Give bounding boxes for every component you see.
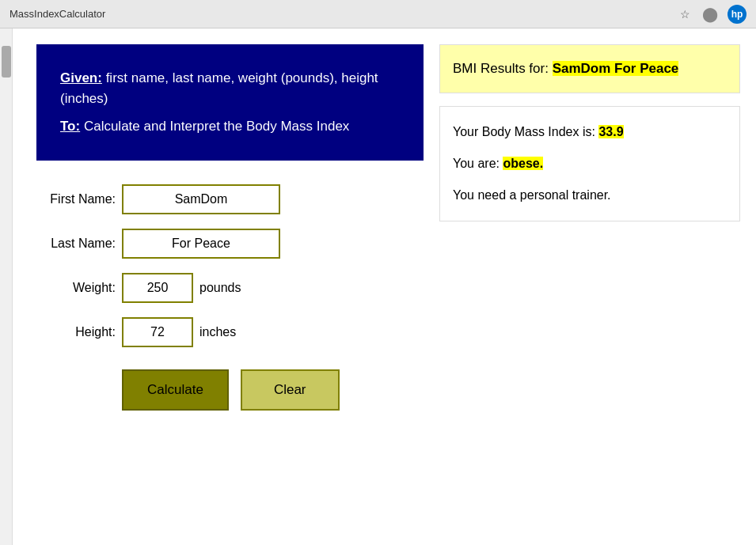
results-body: Your Body Mass Index is: 33.9 You are: o… xyxy=(439,106,740,221)
browser-icons: ☆ ⬤ hp xyxy=(677,5,747,24)
last-name-input[interactable] xyxy=(122,229,280,259)
advice-text: You need a personal trainer. xyxy=(453,188,611,202)
given-text: first name, last name, weight (pounds), … xyxy=(60,70,378,106)
weight-row: Weight: pounds xyxy=(36,273,424,303)
left-panel: Given: first name, last name, weight (po… xyxy=(36,44,424,529)
main-container: Given: first name, last name, weight (po… xyxy=(0,28,756,545)
status-line: You are: obese. xyxy=(453,154,727,173)
header-box: Given: first name, last name, weight (po… xyxy=(36,44,424,161)
calculate-button[interactable]: Calculate xyxy=(122,369,229,411)
star-icon[interactable]: ☆ xyxy=(677,6,693,22)
scrollbar[interactable] xyxy=(0,28,13,545)
given-label: Given: xyxy=(60,70,102,85)
content-area: Given: first name, last name, weight (po… xyxy=(13,28,756,545)
status-prefix: You are: xyxy=(453,157,503,170)
circle-icon[interactable]: ⬤ xyxy=(702,6,718,22)
weight-label: Weight: xyxy=(36,281,116,295)
form-area: First Name: Last Name: Weight: pounds He… xyxy=(36,176,424,418)
weight-unit: pounds xyxy=(199,281,241,295)
scrollbar-thumb xyxy=(2,46,11,78)
first-name-row: First Name: xyxy=(36,184,424,214)
height-row: Height: inches xyxy=(36,317,424,347)
to-text: Calculate and Interpret the Body Mass In… xyxy=(80,119,349,134)
to-label: To: xyxy=(60,119,80,134)
first-name-label: First Name: xyxy=(36,192,116,206)
bmi-results-prefix: BMI Results for: xyxy=(453,61,553,76)
status-value: obese. xyxy=(503,157,543,170)
clear-button[interactable]: Clear xyxy=(241,369,340,411)
results-header: BMI Results for: SamDom For Peace xyxy=(439,44,740,93)
height-unit: inches xyxy=(199,325,236,339)
weight-input[interactable] xyxy=(122,273,193,303)
last-name-label: Last Name: xyxy=(36,237,116,251)
buttons-row: Calculate Clear xyxy=(36,369,424,411)
last-name-row: Last Name: xyxy=(36,229,424,259)
advice-line: You need a personal trainer. xyxy=(453,186,727,205)
header-given: Given: first name, last name, weight (po… xyxy=(60,68,400,108)
bmi-results-name: SamDom For Peace xyxy=(553,61,679,76)
bmi-value-line: Your Body Mass Index is: 33.9 xyxy=(453,123,727,142)
first-name-input[interactable] xyxy=(122,184,280,214)
hp-icon[interactable]: hp xyxy=(728,5,747,24)
right-panel: BMI Results for: SamDom For Peace Your B… xyxy=(439,44,740,529)
bmi-prefix: Your Body Mass Index is: xyxy=(453,125,598,138)
header-to: To: Calculate and Interpret the Body Mas… xyxy=(60,116,400,137)
browser-title: MassIndexCalculator xyxy=(9,8,105,20)
browser-bar: MassIndexCalculator ☆ ⬤ hp xyxy=(0,0,756,28)
height-input[interactable] xyxy=(122,317,193,347)
bmi-value: 33.9 xyxy=(598,125,623,138)
height-label: Height: xyxy=(36,325,116,339)
